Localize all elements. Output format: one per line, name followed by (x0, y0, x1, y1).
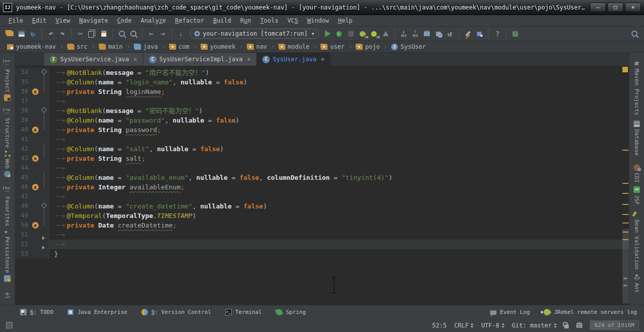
fold-marker-icon[interactable] (40, 154, 48, 163)
menu-navigate[interactable]: Navigate (75, 16, 113, 25)
breadcrumb-item-sysuser[interactable]: CSysUser (390, 43, 427, 50)
breadcrumb-item-youmeek[interactable]: youmeek (200, 43, 237, 50)
toolwindow-toggle-icon[interactable] (6, 322, 13, 328)
fold-marker-icon[interactable] (40, 211, 48, 220)
toolwindow-maven-projects[interactable]: mMaven Projects (633, 59, 640, 116)
warning-stripe-mark[interactable] (622, 223, 628, 224)
toolwindow-bean-validation[interactable]: Bean Validation (633, 211, 640, 269)
toolwindow-button-jrebel-remote-servers-log[interactable]: JRebel remote servers log (544, 309, 637, 315)
breadcrumb-item-src[interactable]: src (67, 43, 89, 50)
breadcrumb-item-main[interactable]: main (98, 43, 124, 50)
menu-build[interactable]: Build (209, 16, 236, 25)
line-number[interactable]: 34 (15, 68, 30, 77)
menu-help[interactable]: Help (334, 16, 357, 25)
error-stripe[interactable] (622, 66, 629, 305)
line-number[interactable]: 49 (15, 211, 30, 220)
vcs-update-icon[interactable]: ↓VCS (398, 28, 409, 39)
fold-marker-icon[interactable] (40, 220, 48, 230)
fold-marker-icon[interactable] (40, 87, 48, 96)
fold-marker-icon[interactable] (40, 116, 48, 125)
toolwindow-2-favorites[interactable]: 2: Favorites (4, 186, 11, 235)
cut-icon[interactable]: ✂ (75, 28, 86, 39)
shelve-changes-icon[interactable] (421, 28, 432, 39)
menu-edit[interactable]: Edit (28, 16, 51, 25)
toolwindow-jsf[interactable]: JSFJSF (633, 186, 640, 205)
toolwindow-1-project[interactable]: 1: Project (4, 59, 11, 101)
forward-icon[interactable]: → (157, 28, 169, 39)
toolwindow-cdi[interactable]: CDI (633, 164, 640, 183)
menu-view[interactable]: View (51, 16, 75, 25)
install-plugin-icon[interactable] (510, 28, 521, 39)
local-history-icon[interactable] (432, 28, 444, 39)
line-number[interactable]: 53 (15, 249, 30, 259)
breadcrumb-item-youmeek-nav[interactable]: youmeek-nav (6, 43, 57, 50)
line-number[interactable]: 43 (15, 154, 30, 163)
warning-stripe-mark[interactable] (622, 183, 628, 184)
show-line-numbers-icon[interactable]: ⇣ (175, 28, 187, 39)
fold-marker-icon[interactable] (40, 240, 48, 249)
help-icon[interactable]: ? (492, 28, 503, 39)
line-ending-selector[interactable]: CRLF (454, 322, 473, 329)
breadcrumb-item-user[interactable]: user (320, 43, 346, 50)
editor-tab-sysuser-java[interactable]: CSysUser.java× (257, 53, 331, 66)
line-number[interactable]: 46 (15, 182, 30, 192)
memory-indicator[interactable]: 624 of 1016M (590, 320, 639, 330)
line-number[interactable]: 42 (15, 144, 30, 154)
toolwindow-button-java-enterprise[interactable]: Java Enterprise (67, 309, 127, 315)
annotation-badge-icon[interactable]: a (32, 222, 39, 229)
git-branch-selector[interactable]: Git: master (512, 322, 557, 329)
annotation-badge-icon[interactable]: a (32, 184, 39, 190)
find-icon[interactable] (116, 28, 127, 39)
toolwindow-web[interactable]: Web (4, 159, 11, 177)
inspection-status-icon[interactable] (622, 67, 628, 72)
run-with-coverage-icon[interactable] (345, 28, 357, 39)
toolwindow-button-event-log[interactable]: Event Log (490, 309, 530, 315)
fold-marker-icon[interactable] (40, 68, 48, 77)
replace-icon[interactable] (127, 28, 139, 39)
run-configuration-select[interactable]: your-navigation [tomcat7:run]▼ (190, 29, 319, 39)
toolwindow-persistence[interactable]: Persistence (4, 237, 11, 282)
menu-window[interactable]: Window (303, 16, 334, 25)
warning-stripe-mark[interactable] (622, 204, 628, 205)
annotation-badge-icon[interactable]: a (32, 127, 39, 133)
menu-file[interactable]: File (4, 16, 28, 25)
copy-icon[interactable] (86, 28, 98, 39)
profile-icon[interactable] (380, 28, 391, 39)
breadcrumb-item-nav[interactable]: nav (246, 43, 268, 50)
back-icon[interactable]: ← (145, 28, 157, 39)
encoding-selector[interactable]: UTF-8 (481, 322, 504, 329)
project-structure-icon[interactable] (473, 28, 485, 39)
warning-stripe-mark[interactable] (622, 150, 628, 151)
warning-stripe-mark[interactable] (622, 193, 628, 194)
line-number[interactable]: 44 (15, 163, 30, 173)
breadcrumb-item-pojo[interactable]: pojo (355, 43, 381, 50)
open-icon[interactable] (4, 28, 16, 39)
menu-run[interactable]: Run (236, 16, 256, 25)
toolwindow-button-terminal[interactable]: >_Terminal (225, 309, 262, 315)
line-number[interactable]: 50 (15, 220, 30, 230)
caret-position[interactable]: 52:5 (432, 322, 447, 329)
line-number[interactable]: 45 (15, 173, 30, 182)
warning-stripe-mark[interactable] (622, 214, 628, 215)
redo-icon[interactable]: ↷ (57, 28, 68, 39)
toolwindow-el[interactable]: el (4, 292, 11, 299)
toolwindow-button-6-todo[interactable]: 6: TODO (20, 309, 53, 315)
hector-inspector-icon[interactable] (576, 322, 582, 328)
fold-marker-icon[interactable] (40, 173, 48, 182)
settings-icon[interactable] (462, 28, 473, 39)
undo-icon[interactable]: ↶ (45, 28, 57, 39)
save-all-icon[interactable] (16, 28, 27, 39)
annotation-badge-icon[interactable]: a (32, 155, 39, 162)
line-number[interactable]: 36 (15, 87, 30, 96)
line-number[interactable]: 51 (15, 230, 30, 240)
menu-tools[interactable]: Tools (256, 16, 283, 25)
fold-marker-icon[interactable] (40, 106, 48, 116)
breadcrumb-item-com[interactable]: com (169, 43, 191, 50)
fold-marker-icon[interactable] (40, 125, 48, 135)
rollback-icon[interactable]: ↺ (444, 28, 455, 39)
close-button[interactable]: × (625, 3, 641, 12)
line-number[interactable]: 37 (15, 96, 30, 106)
close-icon[interactable]: × (321, 56, 325, 63)
breadcrumb-item-java[interactable]: java (133, 43, 159, 50)
line-number[interactable]: 38 (15, 106, 30, 116)
